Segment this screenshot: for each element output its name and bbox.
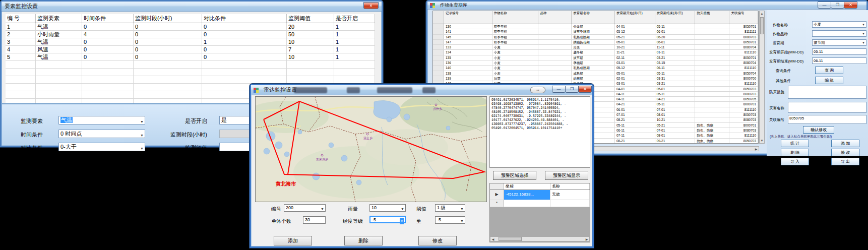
crop-variety-combo[interactable]: ▼ bbox=[812, 30, 866, 37]
scroll-left-icon[interactable]: ◀ bbox=[490, 237, 495, 241]
grid-new-row[interactable]: * bbox=[490, 200, 590, 207]
chevron-down-icon[interactable]: ▼ bbox=[862, 22, 865, 28]
rain-combo[interactable]: 10 ▼ bbox=[369, 204, 406, 212]
row-header-cell[interactable] bbox=[433, 76, 444, 81]
titlebar[interactable]: 作物生育期库 bbox=[427, 2, 866, 10]
chevron-down-icon[interactable]: ▼ bbox=[321, 206, 324, 212]
polygon-coordinates-text[interactable]: 95491.0172034571, 905914.1.1175410, 6346… bbox=[489, 96, 590, 168]
scrollbar-thumb[interactable] bbox=[499, 237, 522, 241]
table-header-cell[interactable]: 监测要素 bbox=[36, 14, 82, 23]
table-header-cell[interactable]: 防灾措施 bbox=[695, 11, 729, 24]
time-condition-combo[interactable]: 0 时间点 ▼ bbox=[58, 130, 145, 138]
show-warning-region-button[interactable]: 预警区域显示 bbox=[545, 171, 588, 180]
row-header-cell[interactable] bbox=[433, 66, 444, 70]
table-header-cell[interactable]: 时间条件 bbox=[82, 14, 134, 23]
table-header-cell[interactable]: 监测时段(小时) bbox=[134, 14, 202, 23]
chevron-down-icon[interactable]: ▼ bbox=[140, 132, 144, 139]
row-header-cell[interactable] bbox=[433, 50, 444, 54]
minimize-button[interactable]: — bbox=[552, 86, 566, 93]
confirm-modify-button[interactable]: 确认修改 bbox=[803, 126, 834, 134]
table-row[interactable]: 135小麦拔节期02-1103-218050701 bbox=[433, 55, 758, 60]
maximize-button[interactable]: ❐ bbox=[831, 2, 844, 9]
table-header-cell[interactable]: 是否开启 bbox=[334, 14, 375, 23]
titlebar[interactable]: 要素监控设置 bbox=[2, 2, 382, 12]
table-row[interactable]: 130双季早稻分蘖期04-0105-118050701 bbox=[433, 24, 758, 29]
modify-button[interactable]: 修 改 bbox=[831, 149, 859, 156]
table-row[interactable]: 136小麦孕穗期03-0103-158080704 bbox=[433, 60, 758, 66]
table-header-cell[interactable]: 作物名称 bbox=[492, 11, 539, 24]
number-combo[interactable]: 200 ▼ bbox=[284, 204, 326, 212]
monitor-element-combo[interactable]: 气温 ▼ bbox=[58, 116, 145, 124]
table-row[interactable]: 145双季早稻乳熟成熟期05-2106-208080703 bbox=[433, 35, 758, 40]
compare-condition-combo[interactable]: 0-大于 ▼ bbox=[58, 143, 145, 151]
resize-handle-button[interactable]: ⇔ bbox=[530, 87, 545, 93]
table-header-cell[interactable]: 发育期名称 bbox=[572, 11, 615, 24]
close-button[interactable]: ✕ bbox=[578, 86, 592, 93]
cell-count-field[interactable]: 30 bbox=[303, 216, 326, 224]
row-header-cell[interactable] bbox=[433, 55, 444, 60]
table-row[interactable]: 140小麦乳熟成熟期05-1206-118111110 bbox=[433, 66, 758, 71]
chevron-down-icon[interactable]: ▼ bbox=[460, 206, 464, 212]
table-row[interactable]: 4风速00071 bbox=[6, 46, 375, 53]
table-row[interactable]: 147双季早稻抽穗扬花期05-0106-018050701 bbox=[433, 40, 758, 45]
map-view[interactable]: 办作乡 温全乡 呈呆湖乡 黄北海市 bbox=[255, 96, 487, 202]
table-header-cell[interactable]: 记录编号 bbox=[444, 11, 492, 24]
grade-combo[interactable]: -5 ▾ bbox=[369, 216, 406, 223]
modify-button[interactable]: 修改 bbox=[418, 236, 457, 245]
table-header-cell[interactable]: 发育期结束(月/日) bbox=[655, 11, 696, 24]
table-row[interactable]: 134小麦越冬期11-2101-118111110 bbox=[433, 50, 758, 55]
add-button[interactable]: 添 加 bbox=[831, 140, 859, 147]
row-header-cell[interactable] bbox=[433, 60, 444, 65]
scroll-right-icon[interactable]: ▶ bbox=[584, 237, 589, 241]
row-header-cell[interactable] bbox=[433, 24, 444, 29]
select-warning-region-button[interactable]: 预警区域选择 bbox=[493, 171, 536, 180]
grid-horizontal-scrollbar[interactable]: ◀ ▶ bbox=[490, 236, 590, 241]
scroll-up-icon[interactable]: ▲ bbox=[760, 11, 764, 16]
table-row[interactable]: 1气温000201 bbox=[6, 23, 375, 31]
scroll-down-icon[interactable]: ▼ bbox=[760, 138, 764, 143]
chevron-down-icon[interactable]: ▼ bbox=[862, 31, 865, 37]
row-header-cell[interactable] bbox=[433, 40, 444, 44]
crop-name-combo[interactable]: 小麦 ▼ bbox=[812, 21, 866, 28]
maximize-button[interactable]: ❐ bbox=[565, 86, 579, 93]
delete-button[interactable]: 删 除 bbox=[781, 149, 809, 156]
grid-header-cell[interactable]: 名称 bbox=[550, 183, 590, 190]
close-button[interactable]: x bbox=[363, 2, 379, 9]
chevron-down-icon[interactable]: ▼ bbox=[140, 118, 144, 126]
stage-start-field[interactable]: 05-11 bbox=[812, 48, 866, 55]
scrollbar-thumb[interactable] bbox=[760, 17, 764, 34]
scroll-right-icon[interactable]: ▶ bbox=[754, 147, 759, 151]
delete-button[interactable]: 删除 bbox=[344, 236, 383, 245]
table-vertical-scrollbar[interactable]: ▲ ▼ bbox=[759, 11, 765, 144]
table-row[interactable]: 3气温001101 bbox=[6, 38, 375, 46]
row-header-cell[interactable] bbox=[433, 35, 444, 39]
table-header-cell[interactable]: 品种 bbox=[538, 11, 572, 24]
threshold-combo[interactable]: 1 级 ▼ bbox=[435, 204, 465, 212]
table-row[interactable]: 5气温000101 bbox=[6, 53, 375, 61]
grid-header-cell[interactable]: 坐标 bbox=[504, 183, 550, 190]
table-header-cell[interactable]: 关联编号 bbox=[729, 11, 758, 24]
table-row[interactable]: 138小麦成熟期05-0105-118050704 bbox=[433, 71, 758, 76]
row-header-cell[interactable] bbox=[433, 45, 444, 49]
table-row[interactable]: 139油菜幼苗期02-0103-318000700 bbox=[433, 76, 758, 81]
table-header-cell[interactable]: 监测阈值 bbox=[287, 14, 334, 23]
measures-field[interactable] bbox=[788, 86, 866, 99]
disaster-field[interactable] bbox=[788, 102, 866, 113]
table-row[interactable]: 133小麦分蘖10-2111-118080704 bbox=[433, 45, 758, 50]
stage-combo[interactable]: 拔节期 ▼ bbox=[812, 39, 866, 46]
query-button[interactable]: 查 询 bbox=[815, 67, 843, 74]
chevron-down-icon[interactable]: ▼ bbox=[401, 206, 404, 212]
add-button[interactable]: 添加 bbox=[274, 236, 312, 245]
minimize-button[interactable]: — bbox=[818, 2, 831, 9]
relation-field[interactable]: 8050705 bbox=[788, 115, 866, 124]
table-header-cell[interactable]: 发育期开始(月/日) bbox=[615, 11, 655, 24]
row-header-cell[interactable] bbox=[433, 71, 444, 76]
grid-row-selected[interactable]: ▶-45122.16838...无效 bbox=[490, 190, 590, 200]
chevron-down-icon[interactable]: ▼ bbox=[862, 40, 865, 46]
to-combo[interactable]: -5 ▼ bbox=[435, 216, 465, 224]
table-header-cell[interactable]: 编 号 bbox=[6, 14, 36, 23]
close-button[interactable]: ✕ bbox=[844, 2, 857, 9]
edit-button[interactable]: 编 辑 bbox=[815, 77, 843, 84]
import-button[interactable]: 导 入 bbox=[781, 158, 809, 165]
row-header-cell[interactable] bbox=[433, 29, 444, 34]
